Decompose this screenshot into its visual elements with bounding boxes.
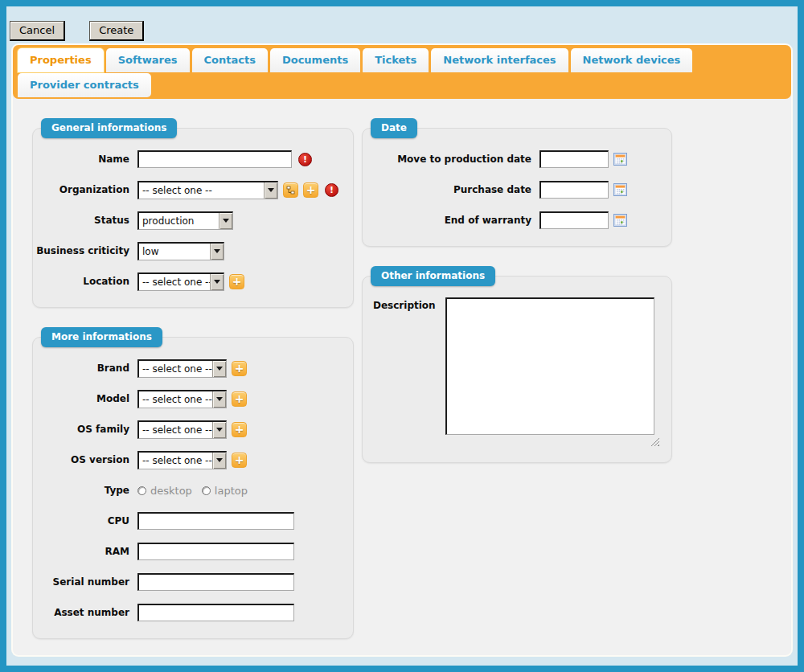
field-row-move-to-production-date: Move to production date xyxy=(363,150,671,169)
asset-number-label: Asset number xyxy=(33,607,129,618)
field-row-serial-number: Serial number xyxy=(33,572,353,592)
cpu-label: CPU xyxy=(33,515,129,527)
model-select[interactable]: -- select one -- xyxy=(137,390,227,408)
right-column: Date Move to production date xyxy=(362,118,672,639)
field-row-organization: Organization -- select one -- xyxy=(33,180,353,199)
os-family-select[interactable]: -- select one -- xyxy=(137,420,227,439)
type-label: Type xyxy=(33,485,129,496)
field-row-purchase-date: Purchase date xyxy=(363,180,671,199)
type-desktop-radio[interactable] xyxy=(137,486,146,495)
plus-glyph: + xyxy=(306,184,316,195)
plus-icon[interactable]: + xyxy=(303,182,318,198)
tab-row-1: Properties Softwares Contacts Documents … xyxy=(18,48,786,72)
plus-icon[interactable]: + xyxy=(229,274,244,289)
plus-icon[interactable]: + xyxy=(232,422,247,437)
purchase-date-input[interactable] xyxy=(539,181,609,199)
move-to-production-date-input[interactable] xyxy=(539,150,609,168)
location-select-value: -- select one -- xyxy=(139,274,210,290)
plus-glyph: + xyxy=(235,363,244,374)
create-pc-window: Cancel Create Properties Softwares Conta… xyxy=(0,0,804,672)
dropdown-arrow-icon xyxy=(219,213,232,229)
ram-input[interactable] xyxy=(137,543,294,560)
type-desktop-label: desktop xyxy=(150,485,192,497)
move-to-production-date-label: Move to production date xyxy=(363,154,531,165)
section-general-informations: General informations Name ! Organization… xyxy=(32,128,354,308)
hierarchy-icon[interactable] xyxy=(283,182,298,198)
organization-select[interactable]: -- select one -- xyxy=(137,181,278,199)
field-row-os-family: OS family -- select one -- + xyxy=(33,420,353,439)
dropdown-arrow-icon xyxy=(212,361,226,377)
brand-select-value: -- select one -- xyxy=(139,361,212,377)
asset-number-input[interactable] xyxy=(137,604,294,621)
business-criticity-label: Business criticity xyxy=(33,245,129,256)
os-version-select-value: -- select one -- xyxy=(139,453,212,469)
tab-tickets[interactable]: Tickets xyxy=(363,48,429,72)
dropdown-arrow-icon xyxy=(212,422,226,438)
status-label: Status xyxy=(33,215,129,226)
model-select-value: -- select one -- xyxy=(139,391,212,408)
os-version-select[interactable]: -- select one -- xyxy=(137,451,227,469)
dropdown-arrow-icon xyxy=(212,453,226,469)
section-title: Other informations xyxy=(371,266,495,286)
ram-label: RAM xyxy=(33,546,129,557)
calendar-icon[interactable] xyxy=(613,183,627,196)
plus-glyph: + xyxy=(235,454,244,465)
field-row-ram: RAM xyxy=(33,542,353,561)
cancel-button[interactable]: Cancel xyxy=(10,21,65,41)
tab-content: General informations Name ! Organization… xyxy=(13,99,791,655)
status-select-value: production xyxy=(139,213,219,229)
field-row-status: Status production xyxy=(33,211,353,230)
section-more-informations: More informations Brand -- select one --… xyxy=(32,337,354,639)
field-row-brand: Brand -- select one -- + xyxy=(33,359,353,378)
end-of-warranty-label: End of warranty xyxy=(363,215,531,226)
plus-icon[interactable]: + xyxy=(232,453,247,468)
dropdown-arrow-icon xyxy=(212,391,226,408)
field-row-model: Model -- select one -- + xyxy=(33,389,353,408)
os-version-label: OS version xyxy=(33,454,129,465)
location-select[interactable]: -- select one -- xyxy=(137,272,224,291)
tab-provider-contracts[interactable]: Provider contracts xyxy=(18,73,151,97)
section-title: Date xyxy=(371,118,417,138)
section-title: More informations xyxy=(41,327,162,347)
status-select[interactable]: production xyxy=(137,211,233,230)
description-field xyxy=(445,297,654,446)
name-input[interactable] xyxy=(137,150,292,168)
organization-label: Organization xyxy=(33,184,129,195)
end-of-warranty-input[interactable] xyxy=(539,211,609,229)
dropdown-arrow-icon xyxy=(264,182,277,199)
model-label: Model xyxy=(33,393,129,404)
serial-number-label: Serial number xyxy=(33,576,129,588)
section-other-informations: Other informations Description xyxy=(362,276,672,463)
section-date: Date Move to production date xyxy=(362,128,672,247)
tab-properties[interactable]: Properties xyxy=(18,48,104,72)
tab-contacts[interactable]: Contacts xyxy=(192,48,268,72)
tab-network-interfaces[interactable]: Network interfaces xyxy=(431,48,568,72)
plus-glyph: + xyxy=(235,393,244,404)
resize-grip-icon[interactable] xyxy=(650,437,659,446)
cpu-input[interactable] xyxy=(137,512,294,530)
os-family-label: OS family xyxy=(33,424,129,435)
plus-glyph: + xyxy=(232,276,242,287)
plus-icon[interactable]: + xyxy=(232,391,247,407)
serial-number-input[interactable] xyxy=(137,573,294,591)
description-textarea[interactable] xyxy=(445,297,654,435)
calendar-icon[interactable] xyxy=(613,153,627,166)
brand-label: Brand xyxy=(33,363,129,374)
section-title: General informations xyxy=(41,118,177,138)
field-row-cpu: CPU xyxy=(33,511,353,531)
type-laptop-radio[interactable] xyxy=(202,486,211,495)
tab-network-devices[interactable]: Network devices xyxy=(571,48,693,72)
plus-icon[interactable]: + xyxy=(232,361,247,376)
business-criticity-select[interactable]: low xyxy=(137,242,224,260)
brand-select[interactable]: -- select one -- xyxy=(137,359,227,378)
calendar-icon[interactable] xyxy=(613,214,627,227)
bottom-toolbar: Cancel Create xyxy=(6,657,798,672)
create-button[interactable]: Create xyxy=(89,21,144,41)
field-row-type: Type desktop laptop xyxy=(33,481,353,500)
dropdown-arrow-icon xyxy=(210,244,224,260)
tab-documents[interactable]: Documents xyxy=(270,48,360,72)
os-family-select-value: -- select one -- xyxy=(139,422,212,438)
tab-bar: Properties Softwares Contacts Documents … xyxy=(13,45,791,99)
description-label: Description xyxy=(373,297,437,311)
tab-softwares[interactable]: Softwares xyxy=(106,48,190,72)
